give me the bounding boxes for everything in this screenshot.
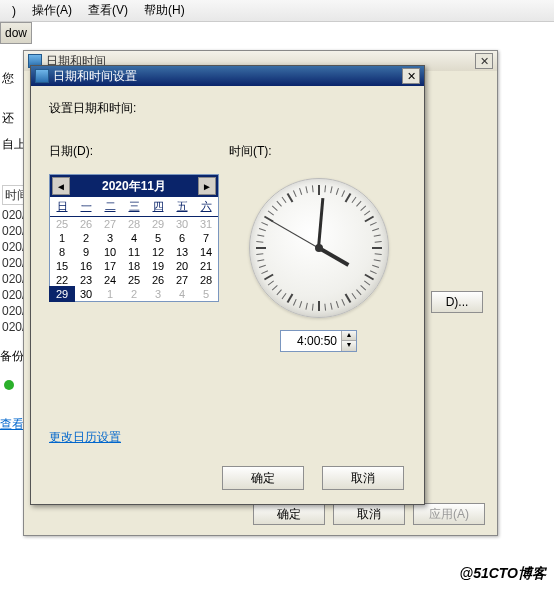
ok-button[interactable]: 确定 [222, 466, 304, 490]
calendar-day[interactable]: 18 [122, 259, 146, 273]
calendar-day[interactable]: 30 [74, 287, 98, 301]
calendar-day[interactable]: 24 [98, 273, 122, 287]
calendar-day[interactable]: 11 [122, 245, 146, 259]
calendar-day[interactable]: 21 [194, 259, 218, 273]
time-spinner[interactable]: ▲ ▼ [280, 330, 357, 352]
close-icon[interactable]: ✕ [402, 68, 420, 84]
menubar: ) 操作(A) 查看(V) 帮助(H) [0, 0, 554, 22]
menu-view[interactable]: 查看(V) [80, 0, 136, 21]
calendar-day[interactable]: 17 [98, 259, 122, 273]
calendar-day[interactable]: 9 [74, 245, 98, 259]
clock-tick [299, 188, 302, 195]
spin-up-button[interactable]: ▲ [342, 331, 356, 341]
clock-tick [271, 205, 277, 210]
change-calendar-link[interactable]: 更改日历设置 [49, 429, 121, 446]
clock-tick [256, 247, 266, 249]
weekday-header: 一 [74, 197, 98, 217]
calendar-day[interactable]: 27 [170, 273, 194, 287]
titlebar[interactable]: 日期和时间设置 ✕ [31, 66, 424, 86]
calendar-day[interactable]: 25 [50, 217, 74, 232]
time-label: 时间(T): [229, 143, 272, 160]
calendar-day[interactable]: 8 [50, 245, 74, 259]
clock-tick [335, 188, 338, 195]
calendar-day[interactable]: 22 [50, 273, 74, 287]
weekday-header: 三 [122, 197, 146, 217]
calendar-day[interactable]: 29 [146, 217, 170, 232]
clock-tick [374, 241, 381, 243]
clock-tick [271, 285, 277, 290]
calendar-day[interactable]: 30 [170, 217, 194, 232]
clock-tick [276, 201, 281, 207]
clock-tick [261, 222, 268, 226]
calendar-day[interactable]: 20 [170, 259, 194, 273]
status-ok-icon [4, 380, 14, 390]
calendar-day[interactable]: 3 [146, 287, 170, 301]
dialog-heading: 设置日期和时间: [49, 100, 406, 117]
window-icon [35, 69, 49, 83]
calendar-grid: 日一二三四五六 25262728293031123456789101112131… [50, 197, 218, 301]
calendar-day[interactable]: 27 [98, 217, 122, 232]
calendar-day[interactable]: 25 [122, 273, 146, 287]
view-link[interactable]: 查看 [0, 416, 24, 433]
calendar-day[interactable]: 15 [50, 259, 74, 273]
clock-tick [341, 299, 345, 306]
cancel-button[interactable]: 取消 [333, 503, 405, 525]
clock-tick [256, 253, 263, 255]
calendar-day[interactable]: 19 [146, 259, 170, 273]
clock-tick [372, 265, 379, 268]
calendar-day[interactable]: 16 [74, 259, 98, 273]
weekday-header: 日 [50, 197, 74, 217]
menu-operate[interactable]: 操作(A) [24, 0, 80, 21]
clock-tick [257, 259, 264, 261]
calendar-day[interactable]: 26 [74, 217, 98, 232]
clock-tick [256, 241, 263, 243]
clock-tick [344, 193, 351, 203]
time-input[interactable] [281, 331, 341, 351]
ok-button[interactable]: 确定 [253, 503, 325, 525]
calendar-day[interactable]: 13 [170, 245, 194, 259]
clock-tick [311, 304, 313, 311]
calendar-day[interactable]: 4 [170, 287, 194, 301]
calendar-day[interactable]: 3 [98, 231, 122, 245]
date-time-settings-dialog: 日期和时间设置 ✕ 设置日期和时间: 日期(D): 时间(T): ◄ 2020年… [30, 65, 425, 505]
prev-month-button[interactable]: ◄ [52, 177, 70, 195]
spin-down-button[interactable]: ▼ [342, 341, 356, 351]
calendar-day[interactable]: 6 [170, 231, 194, 245]
calendar-day[interactable]: 28 [194, 273, 218, 287]
calendar-day[interactable]: 2 [122, 287, 146, 301]
calendar-day[interactable]: 5 [194, 287, 218, 301]
clock-tick [292, 299, 296, 306]
weekday-header: 六 [194, 197, 218, 217]
cancel-button[interactable]: 取消 [322, 466, 404, 490]
clock-tick [372, 247, 382, 249]
clock-tick [261, 270, 268, 274]
calendar-day[interactable]: 31 [194, 217, 218, 232]
clock-tick [374, 253, 381, 255]
clock-tick [351, 293, 356, 299]
calendar-day[interactable]: 28 [122, 217, 146, 232]
calendar-day[interactable]: 29 [50, 287, 74, 301]
menu-help[interactable]: 帮助(H) [136, 0, 193, 21]
change-d-button[interactable]: D)... [431, 291, 483, 313]
clock-tick [344, 293, 351, 303]
calendar-day[interactable]: 12 [146, 245, 170, 259]
calendar-day[interactable]: 2 [74, 231, 98, 245]
next-month-button[interactable]: ► [198, 177, 216, 195]
calendar-day[interactable]: 10 [98, 245, 122, 259]
calendar-day[interactable]: 14 [194, 245, 218, 259]
calendar-day[interactable]: 7 [194, 231, 218, 245]
clock-tick [276, 289, 281, 295]
calendar-day[interactable]: 5 [146, 231, 170, 245]
calendar-day[interactable]: 1 [50, 231, 74, 245]
calendar-day[interactable]: 23 [74, 273, 98, 287]
close-icon[interactable]: ✕ [475, 53, 493, 69]
calendar-day[interactable]: 26 [146, 273, 170, 287]
clock-tick [356, 289, 361, 295]
apply-button[interactable]: 应用(A) [413, 503, 485, 525]
calendar: ◄ 2020年11月 ► 日一二三四五六 2526272829303112345… [49, 174, 219, 302]
calendar-day[interactable]: 1 [98, 287, 122, 301]
clock-tick [364, 281, 370, 286]
clock-tick [299, 301, 302, 308]
calendar-day[interactable]: 4 [122, 231, 146, 245]
weekday-header: 五 [170, 197, 194, 217]
